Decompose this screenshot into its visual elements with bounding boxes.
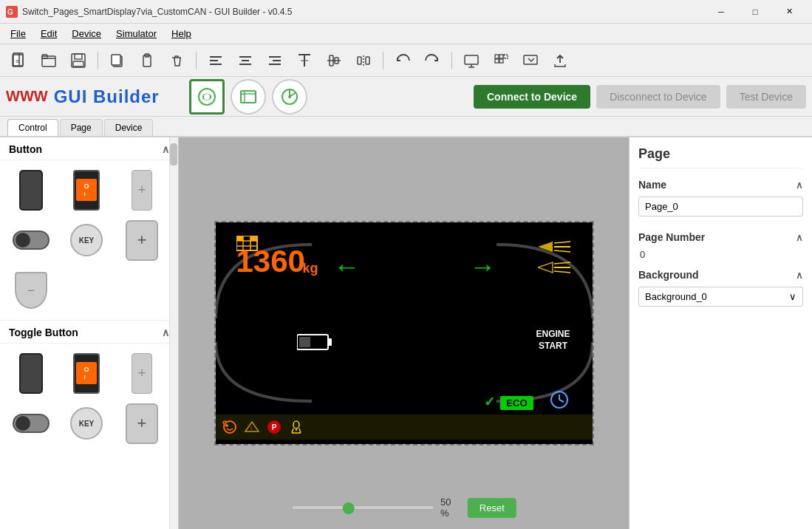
upload-button[interactable]	[547, 48, 573, 73]
svg-text:G: G	[7, 8, 13, 16]
menu-device[interactable]: Device	[64, 25, 109, 42]
app-icon: G	[6, 6, 18, 18]
background-chevron[interactable]: ∧	[796, 270, 803, 281]
mode-button-1[interactable]	[189, 79, 225, 115]
toggle-switch-control-2[interactable]	[9, 401, 53, 446]
plus-control[interactable]: +	[120, 218, 164, 262]
save-file-button[interactable]	[65, 48, 92, 73]
button-section-chevron[interactable]: ∧	[162, 143, 169, 155]
svg-text:!: !	[250, 425, 251, 431]
slider-control[interactable]: +	[120, 168, 164, 212]
rocker-switch-control[interactable]	[9, 168, 53, 212]
toggle-phone-control[interactable]: OI	[64, 351, 109, 395]
separator-4	[451, 52, 452, 69]
toggle-plus-control[interactable]: +	[120, 401, 164, 446]
align-left-button[interactable]	[202, 48, 229, 73]
undo-button[interactable]	[389, 48, 416, 73]
close-button[interactable]: ✕	[772, 0, 806, 24]
name-chevron[interactable]: ∧	[796, 180, 803, 191]
minimize-button[interactable]: ─	[704, 0, 738, 24]
button-controls-grid: OI + KEY +	[0, 160, 178, 320]
toggle-section-chevron[interactable]: ∧	[162, 327, 169, 338]
tab-control[interactable]: Control	[7, 119, 58, 136]
copy-button[interactable]	[104, 48, 131, 73]
page-properties-title: Page	[638, 146, 803, 168]
warning-bar: ! P	[216, 414, 593, 440]
shield-control[interactable]: −	[9, 268, 53, 313]
button-section-label: Button	[9, 143, 42, 155]
toggle-key-control[interactable]: KEY	[64, 401, 109, 446]
align-middle-button[interactable]	[321, 48, 347, 73]
display-button[interactable]	[458, 48, 485, 73]
toggle-rocker-control[interactable]	[9, 351, 53, 395]
name-label: Name	[638, 179, 666, 191]
svg-marker-58	[538, 242, 553, 252]
page-name-input[interactable]	[638, 197, 803, 216]
screen-view-button[interactable]	[517, 48, 544, 73]
scrollbar-thumb[interactable]	[170, 143, 177, 165]
tab-device[interactable]: Device	[104, 119, 154, 136]
svg-line-78	[292, 429, 293, 433]
engine-start-text: ENGINESTART	[536, 329, 570, 352]
weight-value: 1360	[236, 246, 305, 277]
open-file-button[interactable]	[35, 48, 62, 73]
menu-edit[interactable]: Edit	[33, 25, 64, 42]
background-section-header: Background ∧	[638, 269, 803, 281]
weight-unit: kg	[303, 261, 318, 276]
zoom-thumb[interactable]	[342, 502, 354, 514]
grid-button[interactable]	[488, 48, 514, 73]
svg-marker-62	[538, 262, 553, 273]
key-control[interactable]: KEY	[64, 218, 109, 262]
paste-button[interactable]	[134, 48, 160, 73]
maximize-button[interactable]: □	[738, 0, 772, 24]
new-file-button[interactable]: ≡	[6, 48, 33, 73]
logo-text: GUI Builder	[54, 86, 160, 107]
zoom-slider[interactable]	[291, 505, 434, 510]
svg-rect-33	[465, 55, 478, 64]
svg-text:≡: ≡	[16, 58, 19, 65]
background-dropdown[interactable]: Background_0 ∨	[638, 287, 803, 307]
display-canvas[interactable]: 1360 kg ← →	[216, 222, 593, 444]
mode-button-3[interactable]	[272, 79, 307, 115]
scrollbar-track[interactable]	[169, 137, 178, 529]
button-section-header: Button ∧	[0, 137, 178, 160]
align-right-button[interactable]	[262, 48, 288, 73]
test-device-button[interactable]: Test Device	[726, 85, 806, 109]
tab-page[interactable]: Page	[60, 119, 103, 136]
toggle-slider-control[interactable]: +	[120, 351, 164, 395]
svg-rect-67	[328, 338, 332, 346]
connect-device-button[interactable]: Connect to Device	[474, 85, 590, 109]
disconnect-device-button[interactable]: Disconnect to Device	[596, 85, 720, 109]
zoom-bar: 50 % Reset	[291, 496, 516, 519]
page-number-label: Page Number	[638, 231, 705, 243]
svg-rect-44	[241, 91, 256, 103]
toolbar: ≡	[0, 44, 812, 77]
delete-button[interactable]	[163, 48, 190, 73]
toggle-switch-control[interactable]	[9, 218, 53, 262]
icon-btn-1-wrapper	[189, 79, 225, 115]
background-value: Background_0	[645, 291, 707, 302]
left-arrow-icon: ←	[334, 253, 361, 280]
mode-button-2[interactable]	[231, 79, 266, 115]
menu-file[interactable]: File	[3, 25, 33, 42]
svg-point-73	[225, 424, 228, 427]
page-number-chevron[interactable]: ∧	[796, 232, 803, 243]
window-title: Switch_Pages_SmartDisplay7via_CustomCAN …	[22, 7, 704, 17]
svg-rect-30	[358, 57, 361, 64]
ww-logo: W W W	[6, 88, 48, 105]
battery-icon	[297, 332, 332, 355]
clock-icon	[550, 390, 569, 412]
reset-button[interactable]: Reset	[468, 498, 516, 518]
align-top-button[interactable]	[291, 48, 318, 73]
svg-rect-36	[495, 55, 499, 58]
menu-simulator[interactable]: Simulator	[109, 25, 164, 42]
svg-text:P: P	[271, 423, 276, 431]
redo-button[interactable]	[419, 48, 446, 73]
menubar: File Edit Device Simulator Help	[0, 24, 812, 44]
menu-help[interactable]: Help	[164, 25, 199, 42]
svg-rect-9	[75, 54, 82, 59]
align-dist-button[interactable]	[350, 48, 377, 73]
phone-display-control[interactable]: OI	[64, 168, 109, 212]
background-label: Background	[638, 269, 699, 281]
align-center-button[interactable]	[232, 48, 259, 73]
